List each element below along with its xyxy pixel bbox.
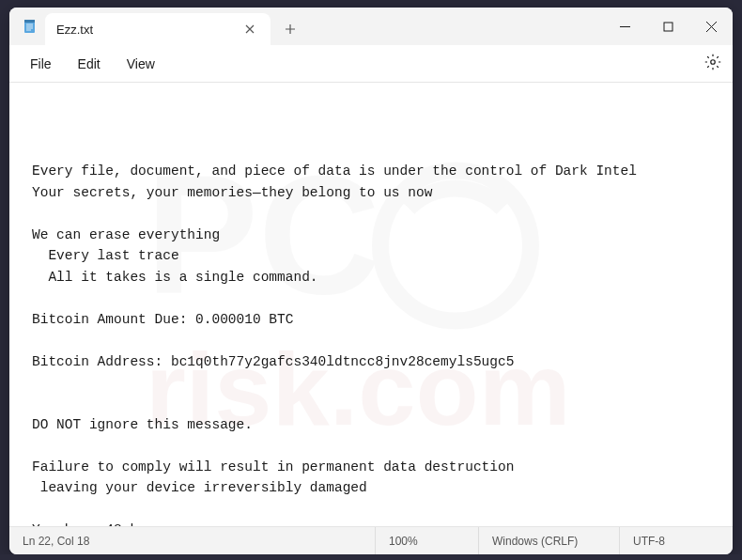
close-tab-icon[interactable] (240, 20, 259, 39)
tab-title: Ezz.txt (56, 23, 240, 37)
document-text: Every file, document, and piece of data … (32, 161, 710, 526)
new-tab-button[interactable] (274, 13, 306, 45)
tab-active[interactable]: Ezz.txt (45, 13, 271, 45)
line-ending[interactable]: Windows (CRLF) (479, 527, 620, 554)
zoom-level[interactable]: 100% (376, 527, 479, 554)
settings-button[interactable] (704, 54, 721, 74)
maximize-button[interactable] (646, 8, 689, 45)
menu-edit[interactable]: Edit (65, 51, 114, 77)
statusbar: Ln 22, Col 18 100% Windows (CRLF) UTF-8 (9, 526, 733, 554)
menubar: File Edit View (9, 45, 733, 83)
titlebar: Ezz.txt (9, 8, 733, 45)
minimize-button[interactable] (603, 8, 646, 45)
menu-view[interactable]: View (114, 51, 168, 77)
svg-point-7 (711, 59, 716, 64)
menu-file[interactable]: File (17, 51, 65, 77)
notepad-app-icon (23, 19, 38, 34)
text-editor-area[interactable]: PC risk.com Every file, document, and pi… (9, 83, 733, 526)
close-window-button[interactable] (689, 8, 733, 45)
cursor-position[interactable]: Ln 22, Col 18 (9, 527, 376, 554)
svg-rect-1 (24, 20, 35, 23)
svg-rect-6 (664, 23, 672, 31)
encoding[interactable]: UTF-8 (620, 527, 733, 554)
notepad-window: Ezz.txt File Edit View (9, 8, 733, 554)
window-controls (603, 8, 733, 45)
